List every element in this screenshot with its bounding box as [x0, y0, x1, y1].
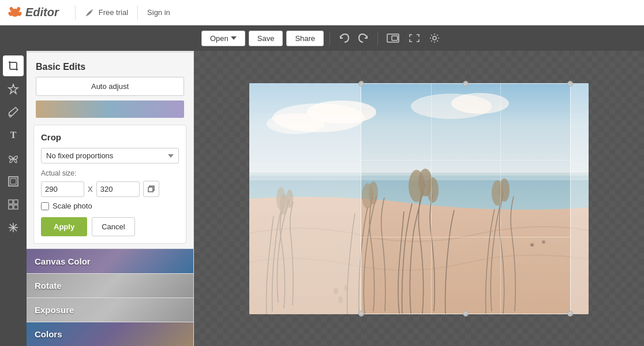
- enhance-tool[interactable]: [3, 79, 24, 99]
- link-icon: [147, 185, 155, 193]
- scale-row: Scale photo: [41, 202, 179, 210]
- svg-point-8: [433, 36, 436, 40]
- svg-marker-9: [9, 84, 18, 94]
- auto-adjust-button[interactable]: Auto adjust: [36, 77, 184, 96]
- handle-top-left[interactable]: [358, 81, 364, 87]
- apply-button[interactable]: Apply: [41, 217, 87, 236]
- crop-tool-icon: [8, 60, 19, 72]
- width-input[interactable]: [41, 181, 84, 197]
- image-size-icon: [387, 34, 399, 43]
- nav-separator: [75, 6, 76, 20]
- logo-area: Editor: [7, 5, 59, 21]
- share-button[interactable]: Share: [286, 31, 324, 46]
- x-separator: X: [88, 185, 93, 194]
- size-inputs: X: [41, 181, 179, 197]
- dim-right: [571, 83, 589, 314]
- handle-top-mid[interactable]: [463, 81, 469, 87]
- brush-tool[interactable]: [3, 102, 24, 122]
- butterfly-icon: [8, 152, 19, 164]
- free-trial-icon: [85, 8, 94, 17]
- grid-v2: [500, 84, 501, 314]
- main-body: T: [0, 51, 644, 346]
- crop-actions: Apply Cancel: [41, 217, 179, 236]
- exposure-label: Exposure: [35, 305, 74, 315]
- frame-tool[interactable]: [3, 171, 24, 192]
- canvas-color-section[interactable]: Canvas Color: [27, 248, 193, 273]
- svg-rect-15: [9, 205, 13, 209]
- canvas-color-label: Canvas Color: [35, 256, 91, 266]
- svg-rect-16: [14, 205, 18, 209]
- actual-size-label: Actual size:: [41, 169, 179, 177]
- rotate-label: Rotate: [35, 281, 62, 291]
- link-size-button[interactable]: [143, 181, 159, 197]
- toolbar-sep-2: [377, 31, 378, 45]
- sticker-tool[interactable]: [3, 148, 24, 169]
- toolbar: Open Save Share: [0, 25, 644, 51]
- snowflake-icon: [8, 222, 19, 233]
- svg-rect-12: [10, 178, 16, 184]
- handle-bottom-left[interactable]: [358, 311, 364, 317]
- crop-panel: Crop No fixed proportions 1:1 Square 4:3…: [33, 125, 186, 244]
- photo-container: [249, 83, 589, 314]
- crop-rect[interactable]: [361, 83, 571, 314]
- rotate-section[interactable]: Rotate: [27, 273, 193, 297]
- grid-h1: [361, 160, 570, 161]
- logo-icon: [7, 5, 23, 21]
- enhance-icon: [8, 83, 19, 95]
- colors-label: Colors: [35, 329, 62, 339]
- redo-button[interactable]: [355, 30, 372, 46]
- settings-button[interactable]: [426, 30, 443, 46]
- sidebar-title: Basic Edits: [27, 54, 193, 77]
- icon-rail: T: [0, 51, 27, 346]
- redo-icon: [358, 33, 369, 43]
- svg-rect-13: [9, 200, 13, 204]
- proportion-select[interactable]: No fixed proportions 1:1 Square 4:3 16:9…: [41, 148, 179, 163]
- svg-rect-6: [387, 34, 399, 42]
- text-tool-label: T: [10, 130, 17, 140]
- texture-tool[interactable]: [3, 194, 24, 215]
- svg-rect-11: [9, 177, 18, 186]
- dim-left: [249, 83, 361, 314]
- crop-grid: [361, 84, 570, 314]
- scale-checkbox[interactable]: [41, 202, 49, 210]
- crop-overlay: [249, 83, 589, 314]
- handle-top-right[interactable]: [567, 81, 573, 87]
- logo-text: Editor: [25, 6, 59, 19]
- open-button[interactable]: Open: [201, 31, 245, 46]
- frame-icon: [8, 176, 19, 187]
- canvas-area: [194, 51, 644, 346]
- save-button[interactable]: Save: [249, 31, 283, 46]
- effects-tool[interactable]: [3, 217, 24, 238]
- brush-icon: [8, 106, 19, 118]
- text-tool[interactable]: T: [3, 125, 24, 146]
- cancel-button[interactable]: Cancel: [92, 217, 134, 236]
- colors-section[interactable]: Colors: [27, 322, 193, 346]
- svg-rect-7: [392, 36, 398, 40]
- nav-separator-2: [137, 6, 138, 20]
- fit-button[interactable]: [406, 31, 423, 46]
- sidebar: Basic Edits Auto adjust Crop No fixed pr…: [27, 51, 194, 346]
- grid-h2: [361, 237, 570, 237]
- open-dropdown-icon: [231, 36, 237, 40]
- toolbar-sep-1: [330, 31, 330, 45]
- undo-button[interactable]: [336, 30, 352, 46]
- texture-icon: [8, 199, 19, 210]
- grid-v1: [431, 84, 432, 314]
- image-size-button[interactable]: [384, 31, 402, 46]
- svg-rect-14: [14, 200, 18, 204]
- handle-bottom-right[interactable]: [567, 311, 573, 317]
- scale-label[interactable]: Scale photo: [53, 202, 92, 210]
- top-nav: Editor Free trial Sign in: [0, 0, 644, 25]
- exposure-section[interactable]: Exposure: [27, 297, 193, 322]
- undo-icon: [339, 33, 349, 43]
- height-input[interactable]: [96, 181, 140, 197]
- fit-icon: [409, 34, 420, 43]
- thumbnail-strip: [36, 101, 184, 118]
- sign-in-link[interactable]: Sign in: [147, 8, 170, 17]
- settings-icon: [429, 33, 440, 43]
- crop-panel-title: Crop: [41, 132, 179, 142]
- handle-bottom-mid[interactable]: [463, 311, 469, 317]
- crop-tool[interactable]: [3, 55, 24, 76]
- free-trial-link[interactable]: Free trial: [99, 8, 128, 17]
